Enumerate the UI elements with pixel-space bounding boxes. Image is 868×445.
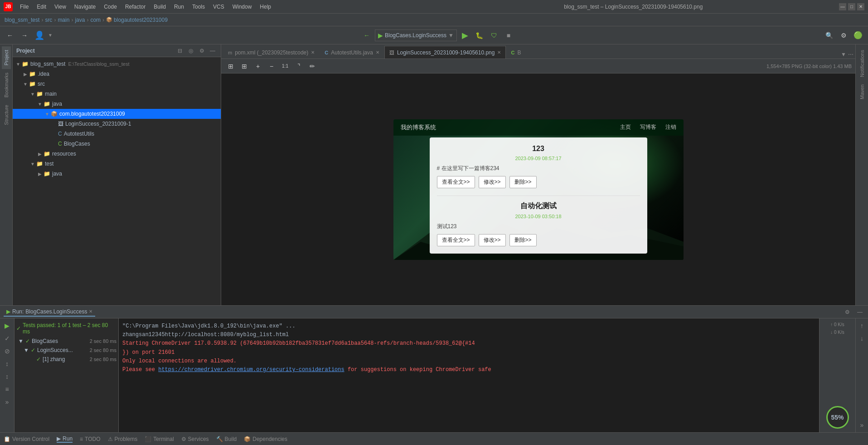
sidebar-tab-bookmarks[interactable]: Bookmarks	[2, 69, 11, 101]
zoom-out-button[interactable]: −	[266, 60, 277, 72]
panel-settings-button[interactable]: ⚙	[197, 46, 206, 55]
grid-button[interactable]: ⊞	[238, 60, 250, 72]
blog-nav-home[interactable]: 主页	[620, 123, 631, 131]
run-tree-zhang[interactable]: ✓ [1] zhang 2 sec 80 ms	[16, 355, 116, 364]
status-services[interactable]: ⚙ Services	[181, 436, 209, 442]
panel-close-button[interactable]: —	[208, 46, 217, 55]
menu-run[interactable]: Run	[170, 3, 188, 11]
run-tree-blogcases[interactable]: ▼ ✓ BlogCases 2 sec 80 ms	[16, 337, 116, 346]
run-panel-minimize-button[interactable]: —	[855, 308, 864, 317]
tab-more-button[interactable]: ⋯	[848, 51, 853, 58]
locate-file-button[interactable]: ◎	[186, 46, 195, 55]
image-canvas[interactable]: 我的博客系统 主页 写博客 注销 123 2023-09-09 08:57:17…	[221, 73, 855, 305]
navigate-forward-button[interactable]: →	[18, 29, 31, 42]
run-config-selector[interactable]: ▶ BlogCases.LoginSuccess ▼	[375, 29, 457, 41]
settings-button[interactable]: ⚙	[837, 29, 850, 42]
scroll-up-button[interactable]: ↑	[857, 320, 868, 331]
blog-nav-logout[interactable]: 注销	[665, 123, 676, 131]
expand-all-button[interactable]: ≡	[2, 384, 13, 395]
close-button[interactable]: ✕	[857, 3, 864, 10]
run-button[interactable]: ▶	[459, 29, 471, 42]
tree-root[interactable]: ▼ 📁 blog_ssm_test E:\TestClass\blog_ssm_…	[13, 59, 221, 69]
tree-src[interactable]: ▼ 📁 src	[13, 79, 221, 89]
status-run[interactable]: ▶ Run	[57, 435, 73, 443]
menu-tools[interactable]: Tools	[189, 3, 209, 11]
collapse-all-button[interactable]: ⊟	[175, 46, 184, 55]
search-everywhere-button[interactable]: 🔍	[823, 29, 835, 42]
coverage-button[interactable]: 🛡	[488, 29, 500, 42]
run-play-button[interactable]: ▶	[2, 320, 13, 331]
menu-build[interactable]: Build	[150, 3, 170, 11]
menu-code[interactable]: Code	[100, 3, 121, 11]
status-todo[interactable]: ≡ TODO	[80, 436, 100, 442]
tab-loginsuccess-close[interactable]: ✕	[497, 50, 501, 55]
user-chevron[interactable]: ▼	[48, 33, 53, 38]
tab-autotestutils[interactable]: C AutotestUtils.java ✕	[320, 46, 384, 59]
post-2-edit-button[interactable]: 修改>>	[479, 234, 506, 246]
scroll-down-button[interactable]: ↓	[857, 333, 868, 344]
expand-panel-button[interactable]: »	[857, 420, 868, 430]
tree-idea[interactable]: ▶ 📁 .idea	[13, 69, 221, 79]
profile-button[interactable]: 🟢	[852, 29, 864, 42]
zoom-in-button[interactable]: +	[252, 60, 264, 72]
navigate-back-button[interactable]: ←	[4, 29, 16, 42]
fit-page-button[interactable]: ⊞	[225, 60, 237, 72]
menu-vcs[interactable]: VCS	[209, 3, 228, 11]
debug-button[interactable]: 🐛	[473, 29, 486, 42]
window-controls[interactable]: — □ ✕	[839, 3, 864, 10]
tree-autotestutils[interactable]: ▶ C AutotestUtils	[13, 129, 221, 139]
menu-bar[interactable]: File Edit View Navigate Code Refactor Bu…	[16, 3, 428, 11]
tree-resources[interactable]: ▶ 📁 resources	[13, 149, 221, 159]
tab-b[interactable]: C B	[506, 46, 526, 59]
chromedriver-security-link[interactable]: https://chromedriver.chromium.org/securi…	[158, 367, 344, 373]
sort-alpha-button[interactable]: ↕	[2, 358, 13, 369]
tree-java[interactable]: ▼ 📁 java	[13, 99, 221, 109]
run-panel-settings-button[interactable]: ⚙	[843, 308, 852, 317]
tree-package[interactable]: ▼ 📦 com.blogautotest20231009	[13, 109, 221, 119]
back-navigate-button[interactable]: ←	[360, 29, 373, 42]
status-build[interactable]: 🔨 Build	[216, 436, 237, 442]
menu-refactor[interactable]: Refactor	[121, 3, 149, 11]
stop-button[interactable]: ■	[502, 29, 515, 42]
menu-window[interactable]: Window	[229, 3, 256, 11]
breadcrumb-java[interactable]: java	[75, 17, 85, 23]
menu-navigate[interactable]: Navigate	[71, 3, 99, 11]
tree-test-java[interactable]: ▶ 📁 java	[13, 169, 221, 179]
status-problems[interactable]: ⚠ Problems	[108, 436, 138, 442]
tree-blogcases[interactable]: ▶ C BlogCases	[13, 139, 221, 149]
tab-autotestutils-close[interactable]: ✕	[376, 50, 379, 55]
post-1-view-button[interactable]: 查看全文>>	[437, 176, 475, 188]
sidebar-tab-maven[interactable]: Maven	[858, 81, 867, 103]
tree-loginsuccess-img[interactable]: ▶ 🖼 LoginSuccess_20231009-1	[13, 119, 221, 129]
soft-wrap-button[interactable]: ⌝	[293, 60, 305, 72]
eyedropper-button[interactable]: ✏	[306, 60, 318, 72]
tab-loginsuccess[interactable]: 🖼 LoginSuccess_20231009-19405610.png ✕	[384, 46, 506, 59]
menu-file[interactable]: File	[16, 3, 32, 11]
sort-duration-button[interactable]: ↕	[2, 371, 13, 382]
breadcrumb-main[interactable]: main	[58, 17, 69, 23]
run-tab-run[interactable]: ▶ Run: BlogCases.LoginSuccess ✕	[4, 308, 95, 317]
menu-edit[interactable]: Edit	[33, 3, 50, 11]
user-icon[interactable]: 👤	[34, 30, 44, 40]
post-2-view-button[interactable]: 查看全文>>	[437, 234, 475, 246]
minimize-button[interactable]: —	[839, 3, 846, 10]
status-terminal[interactable]: ⬛ Terminal	[145, 436, 174, 442]
sidebar-tab-project[interactable]: Project	[2, 46, 11, 69]
tab-pom[interactable]: m pom.xml (_20230925testcode) ✕	[223, 46, 320, 59]
post-2-delete-button[interactable]: 删除>>	[509, 234, 537, 246]
menu-view[interactable]: View	[51, 3, 70, 11]
breadcrumb-com[interactable]: com	[90, 17, 101, 23]
run-check-button[interactable]: ✓	[2, 333, 13, 344]
sidebar-tab-structure[interactable]: Structure	[2, 101, 11, 129]
run-tree-loginsuccess[interactable]: ▼ ✓ LoginSucces... 2 sec 80 ms	[16, 346, 116, 355]
tree-test[interactable]: ▼ 📁 test	[13, 159, 221, 169]
more-actions-button[interactable]: »	[2, 396, 13, 407]
breadcrumb-package[interactable]: 📦 blogautotest20231009	[106, 17, 168, 23]
post-1-delete-button[interactable]: 删除>>	[509, 176, 537, 188]
maximize-button[interactable]: □	[848, 3, 855, 10]
ratio-1to1-button[interactable]: 1:1	[279, 60, 291, 72]
sidebar-tab-notifications[interactable]: Notifications	[858, 46, 867, 81]
breadcrumb-src[interactable]: src	[45, 17, 52, 23]
menu-help[interactable]: Help	[256, 3, 275, 11]
run-tab-close[interactable]: ✕	[89, 309, 92, 314]
